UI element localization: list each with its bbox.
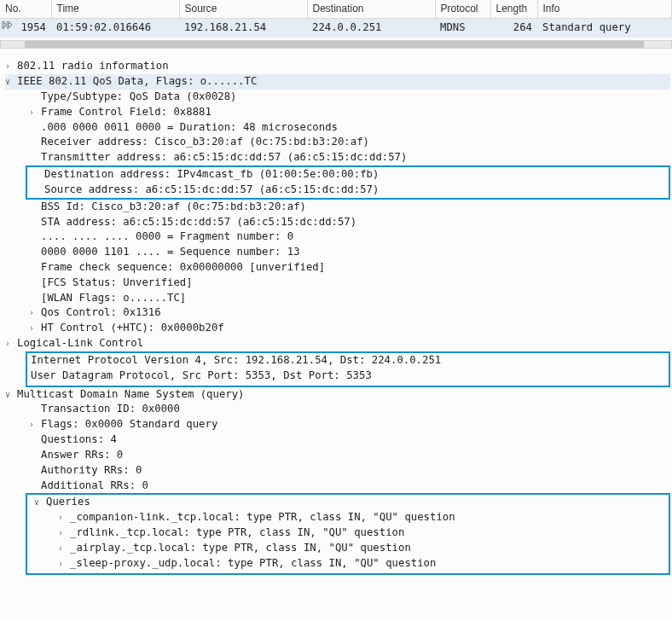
tree-item-answers[interactable]: Answer RRs: 0: [5, 448, 670, 463]
col-time[interactable]: Time: [51, 0, 179, 19]
tree-item-duration[interactable]: .000 0000 0011 0000 = Duration: 48 micro…: [5, 120, 670, 136]
chevron-right-icon[interactable]: ›: [0, 368, 3, 380]
tree-item-fcsstat[interactable]: [FCS Status: Unverified]: [5, 276, 670, 291]
tree-item-llc[interactable]: ›Logical-Link Control: [5, 336, 670, 351]
chevron-down-icon[interactable]: ∨: [5, 389, 14, 402]
highlight-box-ip-udp: Internet Protocol Version 4, Src: 192.16…: [26, 351, 670, 387]
cell-src: 192.168.21.54: [179, 19, 307, 38]
col-proto[interactable]: Protocol: [435, 0, 490, 19]
tree-item-udp[interactable]: User Datagram Protocol, Src Port: 5353, …: [31, 369, 665, 384]
tree-item-frag[interactable]: .... .... .... 0000 = Fragment number: 0: [5, 229, 670, 245]
tree-item-queries[interactable]: ∨Queries: [31, 495, 665, 510]
chevron-right-icon[interactable]: ›: [29, 322, 38, 335]
tree-item-recv[interactable]: Receiver address: Cisco_b3:20:af (0c:75:…: [5, 135, 670, 150]
chevron-right-icon[interactable]: ›: [58, 558, 67, 571]
cell-info: Standard query: [537, 19, 672, 38]
tree-item-trans[interactable]: Transmitter address: a6:c5:15:dc:dd:57 (…: [5, 150, 670, 165]
chevron-right-icon[interactable]: ›: [5, 338, 14, 351]
tree-item-query-3[interactable]: ›_airplay._tcp.local: type PTR, class IN…: [31, 541, 665, 556]
col-dst[interactable]: Destination: [307, 0, 435, 19]
tree-item-query-2[interactable]: ›_rdlink._tcp.local: type PTR, class IN,…: [31, 525, 665, 541]
tree-item-destaddr[interactable]: Destination address: IPv4mcast_fb (01:00…: [31, 167, 665, 183]
tree-item-ipv4[interactable]: Internet Protocol Version 4, Src: 192.16…: [31, 353, 665, 369]
tree-item-mdns[interactable]: ∨Multicast Domain Name System (query): [5, 387, 670, 403]
chevron-right-icon[interactable]: ›: [58, 543, 67, 555]
tree-item-ieee[interactable]: ∨IEEE 802.11 QoS Data, Flags: o......TC: [5, 74, 670, 90]
cell-len: 264: [490, 19, 537, 38]
tree-item-type[interactable]: Type/Subtype: QoS Data (0x0028): [5, 90, 670, 105]
chevron-right-icon[interactable]: ›: [29, 419, 38, 432]
tree-item-additional[interactable]: Additional RRs: 0: [5, 479, 670, 494]
chevron-down-icon[interactable]: ∨: [5, 76, 14, 89]
current-frame-icon: [2, 21, 12, 30]
table-header-row: No. Time Source Destination Protocol Len…: [0, 0, 672, 19]
chevron-right-icon[interactable]: ›: [0, 352, 3, 365]
tree-item-wlanflags[interactable]: [WLAN Flags: o......TC]: [5, 291, 670, 306]
col-no[interactable]: No.: [0, 0, 51, 19]
chevron-down-icon[interactable]: ∨: [34, 496, 43, 509]
cell-time: 01:59:02.016646: [51, 19, 179, 38]
col-src[interactable]: Source: [179, 0, 307, 19]
scrollbar-thumb[interactable]: [25, 41, 644, 48]
cell-dst: 224.0.0.251: [307, 19, 435, 38]
packet-row[interactable]: 1954 01:59:02.016646 192.168.21.54 224.0…: [0, 19, 672, 38]
tree-item-authority[interactable]: Authority RRs: 0: [5, 463, 670, 479]
tree-item-fcs[interactable]: Frame check sequence: 0x00000000 [unveri…: [5, 260, 670, 276]
tree-item-srcaddr[interactable]: Source address: a6:c5:15:dc:dd:57 (a6:c5…: [31, 183, 665, 198]
cell-proto: MDNS: [435, 19, 490, 38]
chevron-right-icon[interactable]: ›: [58, 527, 67, 540]
tree-item-query-4[interactable]: ›_sleep-proxy._udp.local: type PTR, clas…: [31, 556, 665, 572]
packet-list-table: No. Time Source Destination Protocol Len…: [0, 0, 672, 38]
tree-item-fcf[interactable]: ›Frame Control Field: 0x8881: [5, 105, 670, 120]
chevron-right-icon[interactable]: ›: [5, 61, 14, 73]
tree-item-query-1[interactable]: ›_companion-link._tcp.local: type PTR, c…: [31, 510, 665, 525]
tree-item-questions[interactable]: Questions: 4: [5, 432, 670, 448]
chevron-right-icon[interactable]: ›: [58, 512, 67, 525]
horizontal-scrollbar[interactable]: [0, 40, 672, 49]
tree-item-ht[interactable]: ›HT Control (+HTC): 0x0000b20f: [5, 321, 670, 336]
chevron-right-icon[interactable]: ›: [29, 307, 38, 320]
col-len[interactable]: Length: [490, 0, 537, 19]
tree-item-radio[interactable]: ›802.11 radio information: [5, 59, 670, 74]
packet-details-tree: ›802.11 radio information ∨IEEE 802.11 Q…: [0, 55, 672, 577]
chevron-right-icon[interactable]: ›: [29, 107, 38, 119]
col-info[interactable]: Info: [537, 0, 672, 19]
cell-no: 1954: [20, 21, 46, 33]
tree-item-flags[interactable]: ›Flags: 0x0000 Standard query: [5, 417, 670, 432]
tree-item-bss[interactable]: BSS Id: Cisco_b3:20:af (0c:75:bd:b3:20:a…: [5, 200, 670, 215]
tree-item-txid[interactable]: Transaction ID: 0x0000: [5, 402, 670, 417]
highlight-box-queries: ∨Queries ›_companion-link._tcp.local: ty…: [26, 493, 670, 574]
highlight-box-addresses: Destination address: IPv4mcast_fb (01:00…: [26, 165, 670, 200]
tree-item-sta[interactable]: STA address: a6:c5:15:dc:dd:57 (a6:c5:15…: [5, 215, 670, 230]
tree-item-qos[interactable]: ›Qos Control: 0x1316: [5, 305, 670, 321]
tree-item-seq[interactable]: 0000 0000 1101 .... = Sequence number: 1…: [5, 245, 670, 260]
